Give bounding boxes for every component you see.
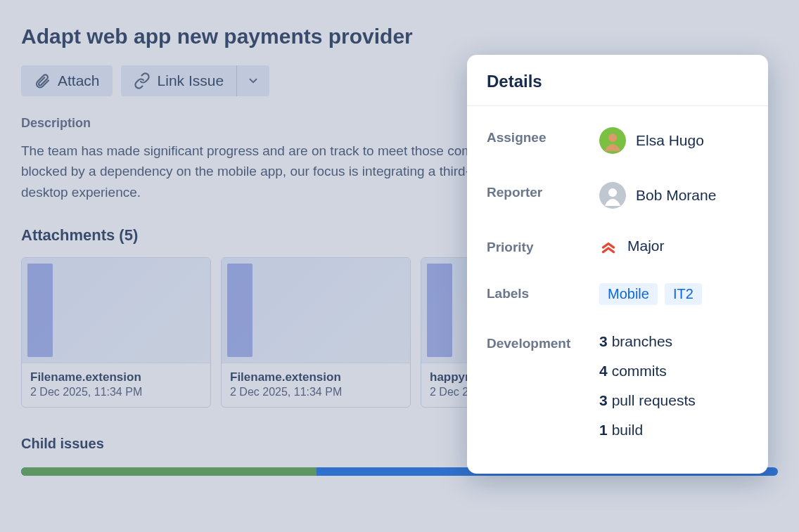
- dev-count: 4: [599, 363, 608, 379]
- priority-label: Priority: [487, 237, 599, 255]
- dev-text: pull requests: [612, 392, 696, 408]
- dev-build[interactable]: 1build: [599, 422, 696, 439]
- svg-point-1: [608, 188, 617, 197]
- development-list: 3branches 4commits 3pull requests 1build: [599, 333, 696, 439]
- development-row: Development 3branches 4commits 3pull req…: [487, 319, 748, 453]
- reporter-value[interactable]: Bob Morane: [599, 182, 716, 209]
- development-label: Development: [487, 333, 599, 351]
- dev-count: 1: [599, 422, 608, 438]
- dev-pull-requests[interactable]: 3pull requests: [599, 392, 696, 409]
- attachment-date: 2 Dec 2025, 11:34 PM: [230, 386, 402, 398]
- details-heading[interactable]: Details: [467, 55, 768, 106]
- issue-title: Adapt web app new payments provider: [21, 25, 778, 48]
- attachment-card[interactable]: Filename.extension 2 Dec 2025, 11:34 PM: [21, 257, 211, 408]
- attachment-meta: Filename.extension 2 Dec 2025, 11:34 PM: [22, 363, 210, 407]
- details-body: Assignee Elsa Hugo Reporter Bob Morane P…: [467, 106, 768, 453]
- attachment-thumbnail: [222, 258, 410, 363]
- dev-count: 3: [599, 392, 608, 408]
- avatar: [599, 182, 626, 209]
- attach-label: Attach: [58, 72, 100, 89]
- priority-major-icon: [599, 237, 618, 255]
- attachment-meta: Filename.extension 2 Dec 2025, 11:34 PM: [222, 363, 410, 407]
- attachment-name: Filename.extension: [230, 370, 402, 384]
- link-issue-group: Link Issue: [121, 65, 270, 96]
- labels-label: Labels: [487, 283, 599, 301]
- link-issue-label: Link Issue: [158, 72, 224, 89]
- priority-value[interactable]: Major: [599, 237, 665, 255]
- dev-commits[interactable]: 4commits: [599, 363, 696, 379]
- svg-point-0: [608, 134, 617, 142]
- avatar: [599, 127, 626, 154]
- paperclip-icon: [34, 72, 51, 89]
- chevron-down-icon: [247, 74, 260, 87]
- assignee-row: Assignee Elsa Hugo: [487, 113, 748, 168]
- attachment-date: 2 Dec 2025, 11:34 PM: [30, 386, 202, 398]
- attachment-card[interactable]: Filename.extension 2 Dec 2025, 11:34 PM: [221, 257, 411, 408]
- dev-branches[interactable]: 3branches: [599, 333, 696, 350]
- reporter-name: Bob Morane: [636, 187, 716, 204]
- attachment-name: Filename.extension: [30, 370, 202, 384]
- link-icon: [134, 72, 151, 89]
- priority-row: Priority Major: [487, 223, 748, 269]
- dev-count: 3: [599, 333, 608, 349]
- label-chip[interactable]: Mobile: [599, 283, 658, 305]
- labels-value: Mobile IT2: [599, 283, 702, 305]
- reporter-row: Reporter Bob Morane: [487, 168, 748, 223]
- label-chip[interactable]: IT2: [665, 283, 702, 305]
- labels-row: Labels Mobile IT2: [487, 269, 748, 319]
- dev-text: commits: [612, 363, 667, 379]
- details-panel: Details Assignee Elsa Hugo Reporter Bob …: [467, 55, 768, 474]
- progress-done-segment: [21, 467, 317, 476]
- priority-text: Major: [627, 238, 665, 254]
- assignee-value[interactable]: Elsa Hugo: [599, 127, 704, 154]
- attachment-thumbnail: [22, 258, 210, 363]
- link-issue-button[interactable]: Link Issue: [121, 65, 237, 96]
- assignee-label: Assignee: [487, 127, 599, 145]
- attach-button[interactable]: Attach: [21, 65, 113, 96]
- dev-text: branches: [612, 333, 672, 349]
- dev-text: build: [612, 422, 643, 438]
- assignee-name: Elsa Hugo: [636, 132, 704, 149]
- link-issue-more-button[interactable]: [237, 65, 269, 96]
- reporter-label: Reporter: [487, 182, 599, 200]
